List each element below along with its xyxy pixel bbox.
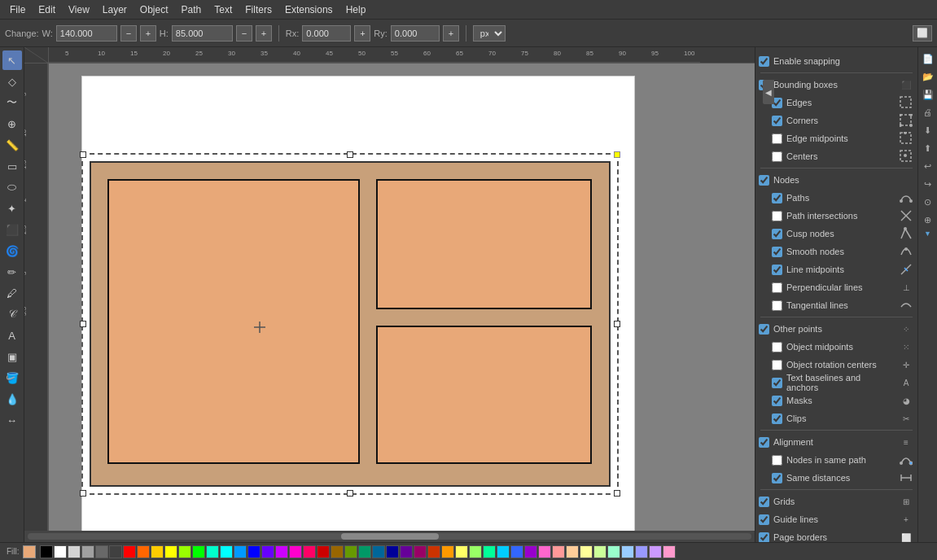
color-swatch[interactable]	[386, 545, 399, 558]
color-swatch[interactable]	[497, 545, 510, 558]
menu-layer[interactable]: Layer	[96, 2, 134, 17]
color-swatch[interactable]	[441, 545, 454, 558]
import-icon[interactable]: ⬇	[920, 122, 936, 138]
color-swatch[interactable]	[261, 545, 274, 558]
color-swatch[interactable]	[566, 545, 579, 558]
pencil-tool[interactable]: ✏	[2, 262, 22, 282]
color-swatch[interactable]	[427, 545, 440, 558]
save-icon[interactable]: 💾	[920, 86, 936, 103]
handle-tl[interactable]	[80, 151, 86, 158]
handle-ml[interactable]	[80, 321, 86, 327]
node-tool[interactable]: ◇	[2, 72, 22, 91]
unit-select[interactable]: px	[473, 25, 506, 42]
w-minus-btn[interactable]: −	[120, 25, 137, 42]
page-borders-check[interactable]	[759, 532, 769, 543]
color-swatch[interactable]	[220, 545, 233, 558]
other-points-check[interactable]	[759, 324, 769, 335]
color-swatch[interactable]	[54, 545, 67, 558]
same-distances-check[interactable]	[772, 473, 782, 483]
path-intersections-check[interactable]	[772, 211, 782, 221]
nodes-same-path-check[interactable]	[772, 455, 782, 466]
color-swatch[interactable]	[151, 545, 164, 558]
handle-bl[interactable]	[80, 490, 86, 497]
ry-plus-btn[interactable]: +	[443, 25, 459, 42]
menu-text[interactable]: Text	[208, 2, 239, 17]
color-swatch[interactable]	[580, 545, 593, 558]
export-icon[interactable]: ⬆	[920, 140, 936, 156]
object-rotation-centers-check[interactable]	[772, 360, 782, 370]
pen-tool[interactable]: 🖊	[2, 283, 22, 303]
zoom-fit-icon[interactable]: ⊙	[920, 194, 936, 210]
3d-box-tool[interactable]: ⬛	[2, 220, 22, 239]
color-swatch[interactable]	[621, 545, 634, 558]
redo-icon[interactable]: ↪	[920, 176, 936, 192]
select-tool[interactable]: ↖	[2, 50, 22, 70]
text-baselines-check[interactable]	[772, 378, 782, 388]
w-plus-btn[interactable]: +	[140, 25, 156, 42]
color-swatch[interactable]	[289, 545, 302, 558]
h-input[interactable]	[172, 25, 233, 42]
handle-tm[interactable]	[347, 151, 353, 158]
color-swatch[interactable]	[137, 545, 150, 558]
undo-icon[interactable]: ↩	[920, 158, 936, 174]
color-swatch[interactable]	[109, 545, 122, 558]
cusp-nodes-check[interactable]	[772, 229, 782, 239]
h-minus-btn[interactable]: −	[236, 25, 252, 42]
color-swatch[interactable]	[344, 545, 357, 558]
masks-check[interactable]	[772, 396, 782, 406]
color-swatch[interactable]	[164, 545, 177, 558]
color-swatch[interactable]	[247, 545, 261, 558]
menu-help[interactable]: Help	[339, 2, 373, 17]
color-swatch[interactable]	[400, 545, 413, 558]
color-swatch[interactable]	[68, 545, 81, 558]
menu-edit[interactable]: Edit	[32, 2, 62, 17]
alignment-check[interactable]	[759, 437, 769, 448]
canvas[interactable]	[49, 63, 755, 531]
rx-input[interactable]	[302, 25, 351, 42]
handle-br[interactable]	[614, 490, 620, 497]
clips-check[interactable]	[772, 413, 782, 424]
color-swatch[interactable]	[469, 545, 482, 558]
object-midpoints-check[interactable]	[772, 342, 782, 352]
color-swatch[interactable]	[192, 545, 205, 558]
h-plus-btn[interactable]: +	[256, 25, 272, 42]
color-swatch[interactable]	[40, 545, 53, 558]
measure-tool[interactable]: 📏	[2, 135, 22, 155]
color-swatch[interactable]	[95, 545, 108, 558]
enable-snapping-check[interactable]	[759, 56, 769, 67]
color-swatch[interactable]	[331, 545, 344, 558]
line-midpoints-check[interactable]	[772, 265, 782, 275]
scrollbar-thumb[interactable]	[341, 533, 439, 540]
color-swatch[interactable]	[649, 545, 662, 558]
color-swatch[interactable]	[455, 545, 468, 558]
color-swatch[interactable]	[303, 545, 316, 558]
color-swatch[interactable]	[178, 545, 191, 558]
zoom-drawing-icon[interactable]: ⊕	[920, 212, 936, 228]
tweak-tool[interactable]: 〜	[2, 93, 22, 112]
color-swatch[interactable]	[635, 545, 648, 558]
smooth-nodes-check[interactable]	[772, 247, 782, 257]
zoom-tool[interactable]: ⊕	[2, 114, 22, 133]
color-swatch[interactable]	[234, 545, 247, 558]
menu-object[interactable]: Object	[134, 2, 175, 17]
scrollbar-horizontal[interactable]	[24, 531, 755, 542]
color-swatch[interactable]	[510, 545, 523, 558]
rect-tool[interactable]: ▭	[2, 156, 22, 176]
fill-color-box[interactable]	[23, 545, 36, 558]
star-tool[interactable]: ✦	[2, 199, 22, 218]
menu-file[interactable]: File	[3, 2, 32, 17]
color-swatch[interactable]	[483, 545, 496, 558]
ry-input[interactable]	[391, 25, 440, 42]
color-swatch[interactable]	[81, 545, 94, 558]
gradient-tool[interactable]: ▣	[2, 347, 22, 366]
centers-check[interactable]	[772, 151, 782, 162]
fill-tool[interactable]: 🪣	[2, 368, 22, 387]
text-tool[interactable]: A	[2, 326, 22, 345]
color-swatch[interactable]	[524, 545, 537, 558]
paths-check[interactable]	[772, 193, 782, 203]
handle-mr[interactable]	[614, 321, 620, 327]
connector-tool[interactable]: ↔	[2, 410, 22, 430]
callig-tool[interactable]: 𝒞	[2, 304, 22, 324]
ellipse-tool[interactable]: ⬭	[2, 177, 22, 197]
guide-lines-check[interactable]	[759, 514, 769, 525]
